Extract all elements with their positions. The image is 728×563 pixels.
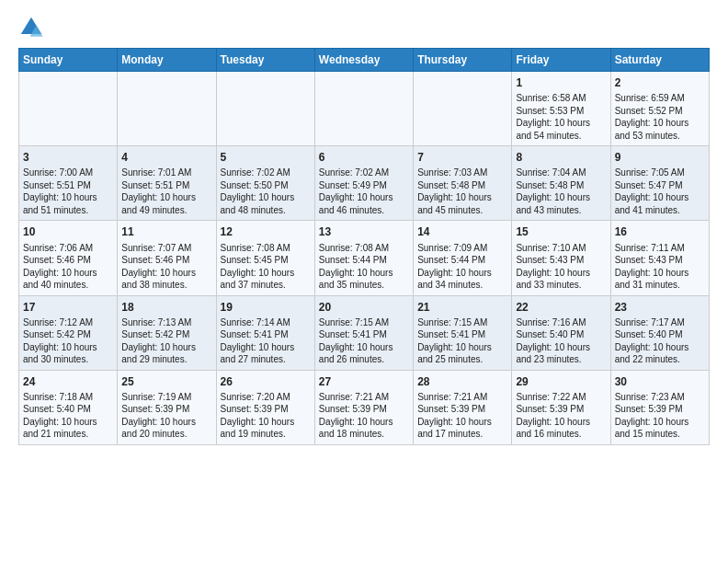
cell-content-line: Sunrise: 7:20 AM [221, 391, 311, 404]
cell-content-line: Sunrise: 7:03 AM [417, 167, 507, 179]
cell-content-line: Daylight: 10 hours [615, 117, 705, 130]
cell-content-line: Daylight: 10 hours [615, 341, 705, 354]
cell-content-line: Sunrise: 7:08 AM [319, 242, 409, 255]
cell-content-line: and 53 minutes. [615, 130, 705, 143]
week-row-5: 24Sunrise: 7:18 AMSunset: 5:40 PMDayligh… [19, 370, 710, 444]
cell-content-line: Sunset: 5:39 PM [615, 403, 705, 416]
day-number: 20 [319, 300, 409, 315]
day-number: 4 [121, 150, 211, 165]
col-header-friday: Friday [512, 49, 610, 72]
cell-content-line: Sunset: 5:44 PM [417, 254, 507, 267]
cell-content-line: Sunrise: 7:05 AM [615, 167, 705, 179]
cell-content-line: Daylight: 10 hours [516, 117, 606, 130]
cell-content-line: and 18 minutes. [319, 428, 409, 441]
calendar-cell: 6Sunrise: 7:02 AMSunset: 5:49 PMDaylight… [314, 146, 413, 221]
cell-content-line: Sunrise: 7:16 AM [516, 316, 606, 329]
cell-content-line: Daylight: 10 hours [516, 267, 606, 280]
calendar-cell: 14Sunrise: 7:09 AMSunset: 5:44 PMDayligh… [414, 221, 512, 295]
calendar-cell: 18Sunrise: 7:13 AMSunset: 5:42 PMDayligh… [118, 295, 216, 370]
calendar-cell: 25Sunrise: 7:19 AMSunset: 5:39 PMDayligh… [118, 370, 216, 444]
cell-content-line: and 34 minutes. [417, 279, 507, 292]
cell-content-line: Daylight: 10 hours [319, 416, 409, 429]
cell-content-line: and 23 minutes. [516, 353, 606, 366]
calendar-cell: 19Sunrise: 7:14 AMSunset: 5:41 PMDayligh… [216, 295, 314, 370]
calendar-cell: 8Sunrise: 7:04 AMSunset: 5:48 PMDaylight… [512, 146, 610, 221]
cell-content-line: Sunset: 5:42 PM [23, 328, 113, 341]
day-number: 9 [615, 150, 705, 165]
header-row: SundayMondayTuesdayWednesdayThursdayFrid… [19, 49, 710, 72]
cell-content-line: Daylight: 10 hours [516, 341, 606, 354]
cell-content-line: Sunset: 5:53 PM [516, 105, 606, 118]
cell-content-line: and 38 minutes. [121, 279, 211, 292]
col-header-saturday: Saturday [610, 49, 709, 72]
day-number: 7 [417, 150, 507, 165]
day-number: 16 [615, 224, 705, 239]
cell-content-line: Daylight: 10 hours [121, 341, 211, 354]
day-number: 27 [319, 374, 409, 389]
calendar-cell: 21Sunrise: 7:15 AMSunset: 5:41 PMDayligh… [414, 295, 512, 370]
cell-content-line: Daylight: 10 hours [319, 191, 409, 204]
col-header-sunday: Sunday [19, 49, 118, 72]
cell-content-line: Sunrise: 7:12 AM [23, 316, 113, 329]
cell-content-line: Sunrise: 7:04 AM [516, 167, 606, 179]
week-row-1: 1Sunrise: 6:58 AMSunset: 5:53 PMDaylight… [19, 72, 710, 146]
cell-content-line: Sunrise: 7:10 AM [516, 242, 606, 255]
cell-content-line: and 26 minutes. [319, 353, 409, 366]
calendar-cell [314, 72, 413, 146]
cell-content-line: and 49 minutes. [121, 204, 211, 217]
day-number: 8 [516, 150, 606, 165]
day-number: 21 [417, 300, 507, 315]
cell-content-line: and 46 minutes. [319, 204, 409, 217]
cell-content-line: and 41 minutes. [615, 204, 705, 217]
cell-content-line: Sunrise: 6:58 AM [516, 92, 606, 105]
cell-content-line: Daylight: 10 hours [417, 267, 507, 280]
day-number: 22 [516, 300, 606, 315]
cell-content-line: Daylight: 10 hours [23, 416, 113, 429]
cell-content-line: Sunrise: 7:22 AM [516, 391, 606, 404]
calendar-cell: 29Sunrise: 7:22 AMSunset: 5:39 PMDayligh… [512, 370, 610, 444]
day-number: 11 [121, 224, 211, 239]
calendar-cell: 16Sunrise: 7:11 AMSunset: 5:43 PMDayligh… [610, 221, 709, 295]
day-number: 10 [23, 224, 113, 239]
cell-content-line: and 54 minutes. [516, 130, 606, 143]
calendar-cell: 10Sunrise: 7:06 AMSunset: 5:46 PMDayligh… [19, 221, 118, 295]
cell-content-line: Sunrise: 7:02 AM [221, 167, 311, 179]
cell-content-line: Sunrise: 7:00 AM [23, 167, 113, 179]
day-number: 2 [615, 75, 705, 90]
cell-content-line: Sunset: 5:43 PM [615, 254, 705, 267]
cell-content-line: Sunset: 5:50 PM [221, 179, 311, 192]
cell-content-line: Sunset: 5:39 PM [121, 403, 211, 416]
cell-content-line: Sunset: 5:46 PM [121, 254, 211, 267]
cell-content-line: Sunset: 5:45 PM [221, 254, 311, 267]
page: SundayMondayTuesdayWednesdayThursdayFrid… [0, 0, 728, 454]
calendar-cell: 15Sunrise: 7:10 AMSunset: 5:43 PMDayligh… [512, 221, 610, 295]
cell-content-line: and 27 minutes. [221, 353, 311, 366]
cell-content-line: Sunset: 5:39 PM [319, 403, 409, 416]
cell-content-line: and 20 minutes. [121, 428, 211, 441]
cell-content-line: and 17 minutes. [417, 428, 507, 441]
cell-content-line: Sunset: 5:39 PM [516, 403, 606, 416]
cell-content-line: Sunset: 5:46 PM [23, 254, 113, 267]
cell-content-line: Daylight: 10 hours [319, 267, 409, 280]
cell-content-line: Daylight: 10 hours [23, 191, 113, 204]
day-number: 6 [319, 150, 409, 165]
cell-content-line: Sunrise: 7:17 AM [615, 316, 705, 329]
calendar-cell: 27Sunrise: 7:21 AMSunset: 5:39 PMDayligh… [314, 370, 413, 444]
cell-content-line: Daylight: 10 hours [221, 267, 311, 280]
cell-content-line: Daylight: 10 hours [23, 341, 113, 354]
cell-content-line: Sunrise: 7:15 AM [319, 316, 409, 329]
day-number: 12 [221, 224, 311, 239]
cell-content-line: Sunrise: 7:21 AM [319, 391, 409, 404]
cell-content-line: Daylight: 10 hours [417, 416, 507, 429]
week-row-2: 3Sunrise: 7:00 AMSunset: 5:51 PMDaylight… [19, 146, 710, 221]
cell-content-line: and 45 minutes. [417, 204, 507, 217]
cell-content-line: Daylight: 10 hours [221, 341, 311, 354]
cell-content-line: Daylight: 10 hours [121, 416, 211, 429]
cell-content-line: and 29 minutes. [121, 353, 211, 366]
cell-content-line: Daylight: 10 hours [516, 191, 606, 204]
day-number: 25 [121, 374, 211, 389]
cell-content-line: Daylight: 10 hours [417, 341, 507, 354]
day-number: 1 [516, 75, 606, 90]
cell-content-line: Sunrise: 7:23 AM [615, 391, 705, 404]
calendar-cell: 20Sunrise: 7:15 AMSunset: 5:41 PMDayligh… [314, 295, 413, 370]
